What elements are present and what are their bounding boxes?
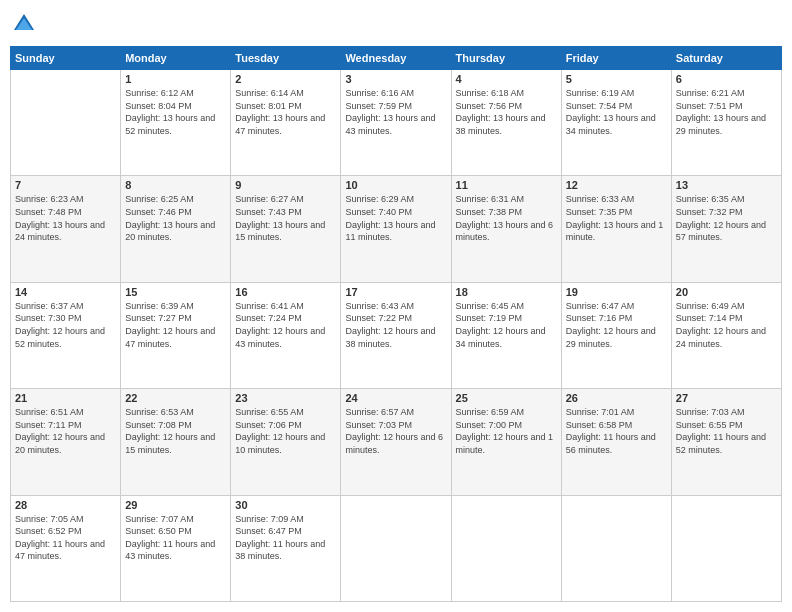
day-cell: 15Sunrise: 6:39 AMSunset: 7:27 PMDayligh… <box>121 282 231 388</box>
day-info: Sunrise: 6:47 AMSunset: 7:16 PMDaylight:… <box>566 300 667 350</box>
day-cell: 23Sunrise: 6:55 AMSunset: 7:06 PMDayligh… <box>231 389 341 495</box>
day-info: Sunrise: 6:27 AMSunset: 7:43 PMDaylight:… <box>235 193 336 243</box>
day-cell: 20Sunrise: 6:49 AMSunset: 7:14 PMDayligh… <box>671 282 781 388</box>
week-row-1: 1Sunrise: 6:12 AMSunset: 8:04 PMDaylight… <box>11 70 782 176</box>
day-info: Sunrise: 6:59 AMSunset: 7:00 PMDaylight:… <box>456 406 557 456</box>
day-cell: 2Sunrise: 6:14 AMSunset: 8:01 PMDaylight… <box>231 70 341 176</box>
day-cell: 10Sunrise: 6:29 AMSunset: 7:40 PMDayligh… <box>341 176 451 282</box>
day-cell <box>341 495 451 601</box>
weekday-header-friday: Friday <box>561 47 671 70</box>
logo-icon <box>10 10 38 38</box>
day-cell: 14Sunrise: 6:37 AMSunset: 7:30 PMDayligh… <box>11 282 121 388</box>
day-info: Sunrise: 6:12 AMSunset: 8:04 PMDaylight:… <box>125 87 226 137</box>
day-cell: 25Sunrise: 6:59 AMSunset: 7:00 PMDayligh… <box>451 389 561 495</box>
day-cell: 17Sunrise: 6:43 AMSunset: 7:22 PMDayligh… <box>341 282 451 388</box>
weekday-header-sunday: Sunday <box>11 47 121 70</box>
day-number: 4 <box>456 73 557 85</box>
day-info: Sunrise: 6:23 AMSunset: 7:48 PMDaylight:… <box>15 193 116 243</box>
day-number: 17 <box>345 286 446 298</box>
day-cell: 8Sunrise: 6:25 AMSunset: 7:46 PMDaylight… <box>121 176 231 282</box>
week-row-3: 14Sunrise: 6:37 AMSunset: 7:30 PMDayligh… <box>11 282 782 388</box>
day-info: Sunrise: 7:07 AMSunset: 6:50 PMDaylight:… <box>125 513 226 563</box>
day-number: 20 <box>676 286 777 298</box>
day-info: Sunrise: 6:43 AMSunset: 7:22 PMDaylight:… <box>345 300 446 350</box>
day-info: Sunrise: 6:45 AMSunset: 7:19 PMDaylight:… <box>456 300 557 350</box>
day-info: Sunrise: 6:29 AMSunset: 7:40 PMDaylight:… <box>345 193 446 243</box>
day-cell: 13Sunrise: 6:35 AMSunset: 7:32 PMDayligh… <box>671 176 781 282</box>
day-cell <box>671 495 781 601</box>
day-cell: 27Sunrise: 7:03 AMSunset: 6:55 PMDayligh… <box>671 389 781 495</box>
day-number: 14 <box>15 286 116 298</box>
day-cell <box>11 70 121 176</box>
day-info: Sunrise: 6:53 AMSunset: 7:08 PMDaylight:… <box>125 406 226 456</box>
day-info: Sunrise: 6:37 AMSunset: 7:30 PMDaylight:… <box>15 300 116 350</box>
day-number: 3 <box>345 73 446 85</box>
day-cell: 19Sunrise: 6:47 AMSunset: 7:16 PMDayligh… <box>561 282 671 388</box>
day-number: 26 <box>566 392 667 404</box>
day-cell: 5Sunrise: 6:19 AMSunset: 7:54 PMDaylight… <box>561 70 671 176</box>
day-number: 22 <box>125 392 226 404</box>
day-number: 24 <box>345 392 446 404</box>
day-info: Sunrise: 7:05 AMSunset: 6:52 PMDaylight:… <box>15 513 116 563</box>
day-number: 15 <box>125 286 226 298</box>
day-info: Sunrise: 7:01 AMSunset: 6:58 PMDaylight:… <box>566 406 667 456</box>
day-info: Sunrise: 6:49 AMSunset: 7:14 PMDaylight:… <box>676 300 777 350</box>
calendar-table: SundayMondayTuesdayWednesdayThursdayFrid… <box>10 46 782 602</box>
day-cell: 3Sunrise: 6:16 AMSunset: 7:59 PMDaylight… <box>341 70 451 176</box>
day-number: 1 <box>125 73 226 85</box>
day-number: 10 <box>345 179 446 191</box>
day-info: Sunrise: 6:16 AMSunset: 7:59 PMDaylight:… <box>345 87 446 137</box>
day-info: Sunrise: 6:14 AMSunset: 8:01 PMDaylight:… <box>235 87 336 137</box>
day-number: 11 <box>456 179 557 191</box>
day-info: Sunrise: 6:18 AMSunset: 7:56 PMDaylight:… <box>456 87 557 137</box>
week-row-5: 28Sunrise: 7:05 AMSunset: 6:52 PMDayligh… <box>11 495 782 601</box>
day-number: 30 <box>235 499 336 511</box>
day-number: 23 <box>235 392 336 404</box>
day-info: Sunrise: 6:19 AMSunset: 7:54 PMDaylight:… <box>566 87 667 137</box>
day-cell: 24Sunrise: 6:57 AMSunset: 7:03 PMDayligh… <box>341 389 451 495</box>
day-info: Sunrise: 6:51 AMSunset: 7:11 PMDaylight:… <box>15 406 116 456</box>
day-info: Sunrise: 6:39 AMSunset: 7:27 PMDaylight:… <box>125 300 226 350</box>
day-cell: 16Sunrise: 6:41 AMSunset: 7:24 PMDayligh… <box>231 282 341 388</box>
day-info: Sunrise: 6:35 AMSunset: 7:32 PMDaylight:… <box>676 193 777 243</box>
day-cell: 11Sunrise: 6:31 AMSunset: 7:38 PMDayligh… <box>451 176 561 282</box>
day-cell <box>561 495 671 601</box>
day-number: 7 <box>15 179 116 191</box>
weekday-header-row: SundayMondayTuesdayWednesdayThursdayFrid… <box>11 47 782 70</box>
day-info: Sunrise: 6:21 AMSunset: 7:51 PMDaylight:… <box>676 87 777 137</box>
day-number: 29 <box>125 499 226 511</box>
day-info: Sunrise: 6:41 AMSunset: 7:24 PMDaylight:… <box>235 300 336 350</box>
weekday-header-wednesday: Wednesday <box>341 47 451 70</box>
day-cell: 9Sunrise: 6:27 AMSunset: 7:43 PMDaylight… <box>231 176 341 282</box>
day-cell: 1Sunrise: 6:12 AMSunset: 8:04 PMDaylight… <box>121 70 231 176</box>
day-number: 27 <box>676 392 777 404</box>
day-info: Sunrise: 6:55 AMSunset: 7:06 PMDaylight:… <box>235 406 336 456</box>
day-cell: 28Sunrise: 7:05 AMSunset: 6:52 PMDayligh… <box>11 495 121 601</box>
header <box>10 10 782 38</box>
weekday-header-tuesday: Tuesday <box>231 47 341 70</box>
day-number: 6 <box>676 73 777 85</box>
day-number: 12 <box>566 179 667 191</box>
logo <box>10 10 42 38</box>
day-number: 18 <box>456 286 557 298</box>
day-info: Sunrise: 7:09 AMSunset: 6:47 PMDaylight:… <box>235 513 336 563</box>
day-info: Sunrise: 6:31 AMSunset: 7:38 PMDaylight:… <box>456 193 557 243</box>
day-cell: 21Sunrise: 6:51 AMSunset: 7:11 PMDayligh… <box>11 389 121 495</box>
day-cell <box>451 495 561 601</box>
weekday-header-saturday: Saturday <box>671 47 781 70</box>
week-row-2: 7Sunrise: 6:23 AMSunset: 7:48 PMDaylight… <box>11 176 782 282</box>
day-number: 16 <box>235 286 336 298</box>
day-cell: 18Sunrise: 6:45 AMSunset: 7:19 PMDayligh… <box>451 282 561 388</box>
day-info: Sunrise: 6:33 AMSunset: 7:35 PMDaylight:… <box>566 193 667 243</box>
day-info: Sunrise: 7:03 AMSunset: 6:55 PMDaylight:… <box>676 406 777 456</box>
weekday-header-monday: Monday <box>121 47 231 70</box>
day-info: Sunrise: 6:57 AMSunset: 7:03 PMDaylight:… <box>345 406 446 456</box>
day-number: 8 <box>125 179 226 191</box>
page: SundayMondayTuesdayWednesdayThursdayFrid… <box>0 0 792 612</box>
day-info: Sunrise: 6:25 AMSunset: 7:46 PMDaylight:… <box>125 193 226 243</box>
weekday-header-thursday: Thursday <box>451 47 561 70</box>
day-number: 13 <box>676 179 777 191</box>
day-number: 5 <box>566 73 667 85</box>
day-number: 2 <box>235 73 336 85</box>
day-number: 9 <box>235 179 336 191</box>
